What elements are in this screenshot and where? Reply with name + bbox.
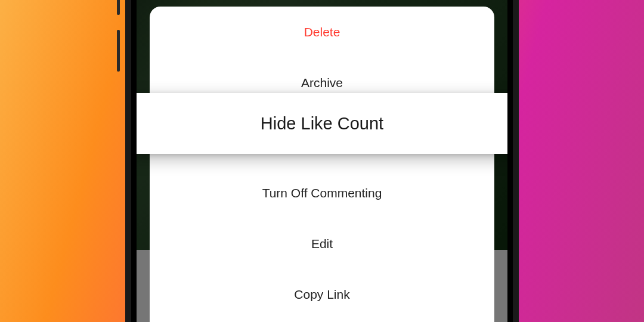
turn-off-commenting-label: Turn Off Commenting (262, 186, 382, 200)
phone-screen: Delete Archive Turn Off Commenting Edit (137, 0, 507, 322)
hide-like-count-label: Hide Like Count (261, 114, 383, 134)
delete-option[interactable]: Delete (150, 7, 494, 57)
copy-link-option[interactable]: Copy Link (150, 269, 494, 320)
hide-like-count-option[interactable]: Hide Like Count (137, 93, 507, 154)
edit-option[interactable]: Edit (150, 218, 494, 269)
delete-label: Delete (304, 25, 340, 39)
phone-volume-button (117, 30, 120, 72)
phone-frame: Delete Archive Turn Off Commenting Edit (131, 0, 513, 322)
post-options-action-sheet: Delete Archive Turn Off Commenting Edit (150, 7, 494, 322)
share-to-option[interactable]: Share to (150, 320, 494, 322)
turn-off-commenting-option[interactable]: Turn Off Commenting (150, 168, 494, 218)
edit-label: Edit (311, 237, 333, 251)
copy-link-label: Copy Link (294, 287, 349, 302)
archive-label: Archive (301, 76, 343, 90)
phone-mute-switch (117, 0, 120, 15)
phone-mockup: Delete Archive Turn Off Commenting Edit (125, 0, 519, 322)
